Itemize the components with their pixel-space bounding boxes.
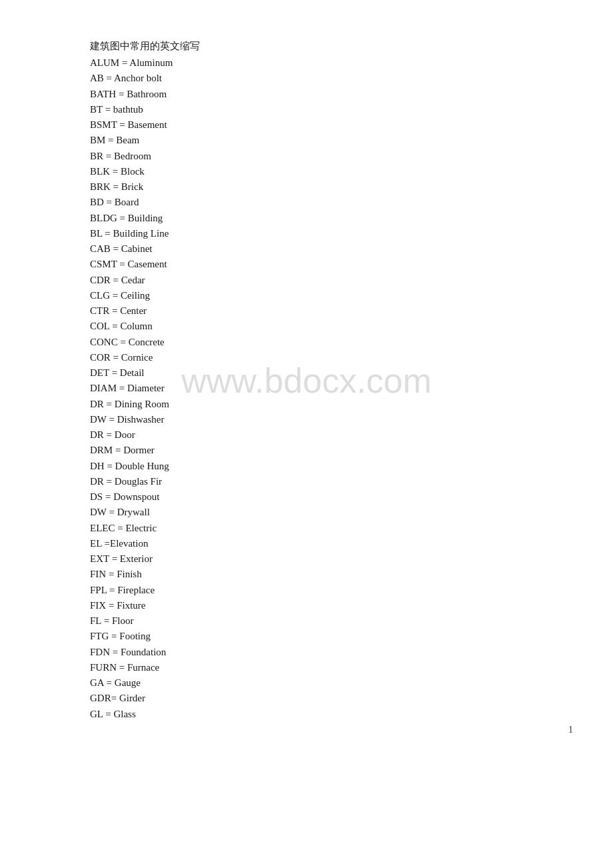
page-content: www.bdocx.com 建筑图中常用的英文缩写 ALUM = Aluminu… [0, 0, 613, 762]
list-item: FIX = Fixture [90, 598, 523, 613]
list-item: BSMT = Basement [90, 117, 523, 133]
list-item: DR = Douglas Fir [90, 474, 523, 489]
list-item: GL = Glass [90, 707, 523, 722]
list-item: DET = Detail [90, 365, 523, 381]
list-item: DW = Dishwasher [90, 412, 523, 427]
list-item: GDR= Girder [90, 691, 523, 706]
list-item: FDN = Foundation [90, 645, 523, 660]
list-item: DIAM = Diameter [90, 381, 523, 396]
list-item: CAB = Cabinet [90, 241, 523, 257]
list-item: FURN = Furnace [90, 660, 523, 675]
list-item: BLDG = Building [90, 211, 523, 226]
list-item: FIN = Finish [90, 567, 523, 582]
list-item: BD = Board [90, 195, 523, 210]
list-item: CTR = Center [90, 303, 523, 319]
page-number: 1 [568, 725, 573, 735]
page-title: 建筑图中常用的英文缩写 [90, 40, 523, 53]
list-item: ALUM = Aluminum [90, 55, 523, 71]
list-item: COL = Column [90, 319, 523, 334]
list-item: DW = Drywall [90, 505, 523, 520]
list-item: BLK = Block [90, 164, 523, 179]
list-item: BATH = Bathroom [90, 87, 523, 102]
list-item: DRM = Dormer [90, 443, 523, 458]
list-item: CSMT = Casement [90, 257, 523, 272]
list-item: COR = Cornice [90, 350, 523, 365]
list-item: GA = Gauge [90, 675, 523, 691]
list-item: CLG = Ceiling [90, 288, 523, 303]
list-item: DR = Door [90, 427, 523, 443]
list-item: FL = Floor [90, 613, 523, 629]
list-item: BT = bathtub [90, 102, 523, 117]
list-item: CDR = Cedar [90, 273, 523, 288]
list-item: BRK = Brick [90, 179, 523, 195]
list-item: ELEC = Electric [90, 521, 523, 536]
list-item: DR = Dining Room [90, 397, 523, 412]
list-item: DS = Downspout [90, 489, 523, 505]
list-item: BM = Beam [90, 133, 523, 148]
list-item: AB = Anchor bolt [90, 71, 523, 86]
list-item: EXT = Exterior [90, 551, 523, 567]
abbreviation-list: ALUM = AluminumAB = Anchor boltBATH = Ba… [90, 55, 523, 722]
list-item: EL =Elevation [90, 536, 523, 551]
list-item: FPL = Fireplace [90, 583, 523, 598]
list-item: BL = Building Line [90, 226, 523, 241]
list-item: DH = Double Hung [90, 459, 523, 474]
list-item: CONC = Concrete [90, 335, 523, 350]
list-item: BR = Bedroom [90, 149, 523, 164]
list-item: FTG = Footing [90, 629, 523, 644]
